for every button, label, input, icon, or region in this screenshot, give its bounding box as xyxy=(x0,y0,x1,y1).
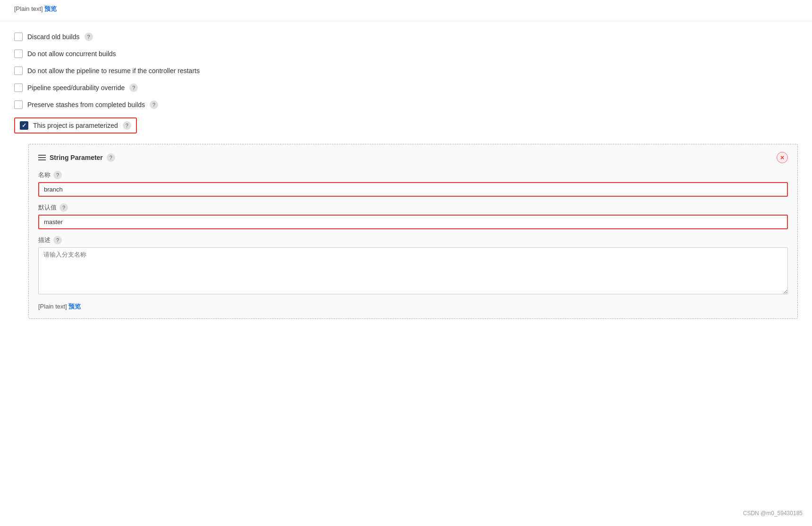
top-preview-section: [Plain text] 预览 xyxy=(0,0,812,21)
label-parameterized: This project is parameterized xyxy=(33,122,118,129)
option-row-preserve-stashes: Preserve stashes from completed builds ? xyxy=(14,100,798,109)
checkbox-no-concurrent[interactable] xyxy=(14,50,23,58)
label-pipeline-speed: Pipeline speed/durability override xyxy=(27,84,125,92)
description-field-label: 描述 ? xyxy=(38,236,788,244)
page-container: [Plain text] 预览 Discard old builds ? Do … xyxy=(0,0,812,526)
watermark: CSDN @m0_59430185 xyxy=(743,510,803,517)
option-row-no-resume: Do not allow the pipeline to resume if t… xyxy=(14,67,798,75)
param-header-left: String Parameter ? xyxy=(38,153,115,162)
string-parameter-section: String Parameter ? × 名称 ? 默认值 ? xyxy=(28,144,798,319)
help-icon-discard[interactable]: ? xyxy=(85,33,93,41)
label-no-resume: Do not allow the pipeline to resume if t… xyxy=(27,67,200,75)
bottom-preview-section: [Plain text] 预览 xyxy=(38,302,788,311)
bottom-preview-prefix: [Plain text] xyxy=(38,303,67,310)
name-field-section: 名称 ? xyxy=(38,171,788,197)
checkbox-parameterized[interactable] xyxy=(20,121,28,130)
help-icon-string-parameter[interactable]: ? xyxy=(107,153,115,162)
option-row-no-concurrent: Do not allow concurrent builds xyxy=(14,50,798,58)
option-row-discard: Discard old builds ? xyxy=(14,33,798,41)
default-value-field-section: 默认值 ? xyxy=(38,203,788,229)
name-input[interactable] xyxy=(38,182,788,197)
default-label-text: 默认值 xyxy=(38,203,57,212)
name-field-label: 名称 ? xyxy=(38,171,788,179)
help-icon-pipeline-speed[interactable]: ? xyxy=(129,83,138,92)
description-field-section: 描述 ? xyxy=(38,236,788,296)
top-preview-prefix: [Plain text] xyxy=(14,5,43,12)
label-discard-old-builds: Discard old builds xyxy=(27,33,80,41)
description-textarea[interactable] xyxy=(38,247,788,294)
param-header: String Parameter ? × xyxy=(38,152,788,163)
label-preserve-stashes: Preserve stashes from completed builds xyxy=(27,101,145,109)
main-content: Discard old builds ? Do not allow concur… xyxy=(0,23,812,338)
name-label-text: 名称 xyxy=(38,171,51,179)
label-no-concurrent: Do not allow concurrent builds xyxy=(27,50,116,58)
string-parameter-title: String Parameter xyxy=(50,154,103,161)
checkbox-pipeline-speed[interactable] xyxy=(14,83,23,92)
checkbox-preserve-stashes[interactable] xyxy=(14,100,23,109)
option-row-pipeline-speed: Pipeline speed/durability override ? xyxy=(14,83,798,92)
description-label-text: 描述 xyxy=(38,236,51,244)
bottom-preview-link[interactable]: 预览 xyxy=(68,303,81,310)
default-value-input[interactable] xyxy=(38,215,788,229)
drag-handle-icon[interactable] xyxy=(38,155,46,160)
help-icon-preserve-stashes[interactable]: ? xyxy=(150,100,158,109)
close-string-parameter-button[interactable]: × xyxy=(777,152,788,163)
checkbox-discard-old-builds[interactable] xyxy=(14,33,23,41)
default-field-label: 默认值 ? xyxy=(38,203,788,212)
help-icon-name[interactable]: ? xyxy=(53,171,62,179)
option-row-parameterized: This project is parameterized ? xyxy=(14,117,137,134)
option-row-parameterized-wrapper: This project is parameterized ? xyxy=(14,117,798,142)
help-icon-default[interactable]: ? xyxy=(59,203,68,212)
help-icon-description[interactable]: ? xyxy=(53,236,62,244)
top-preview-link[interactable]: 预览 xyxy=(44,5,57,12)
help-icon-parameterized[interactable]: ? xyxy=(123,121,131,130)
checkbox-no-resume[interactable] xyxy=(14,67,23,75)
